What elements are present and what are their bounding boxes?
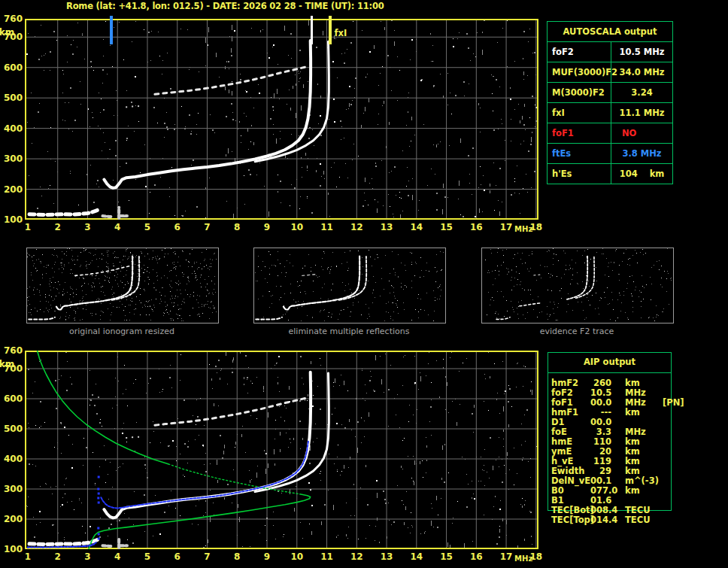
thumbnail-eliminate-reflections — [253, 248, 446, 323]
x-tick-label: 7 — [196, 222, 219, 232]
autoscala-screen: { "title": "Rome (lat: +41.8, lon: 012.5… — [0, 0, 728, 568]
autoscala-row-ftEs: ftEs3.8 MHz — [548, 144, 672, 164]
x-tick-label: 14 — [405, 551, 428, 562]
x-tick-label: 1 — [17, 222, 39, 232]
autoscala-row-h'Es: h'Es104 km — [548, 164, 672, 184]
x-tick-label: 1 — [17, 551, 39, 562]
aip-table-divider — [548, 372, 671, 373]
y-axis-unit: km — [0, 359, 16, 369]
aip-row-TEC[Top]: TEC[Top]014.4TECU — [551, 515, 658, 525]
y-tick-label: 500 — [1, 424, 23, 434]
x-axis-unit: MHz — [514, 554, 532, 563]
autoscala-param: fxI — [548, 103, 611, 123]
top-ionogram-plot — [25, 19, 538, 220]
x-tick-label: 11 — [316, 222, 338, 232]
y-tick-label: 500 — [1, 93, 23, 103]
x-tick-label: 10 — [286, 222, 308, 232]
x-tick-label: 3 — [76, 222, 99, 232]
y-tick-label: 760 — [1, 14, 23, 24]
x-tick-label: 4 — [106, 222, 129, 232]
thumbnail-original-ionogram — [26, 248, 219, 323]
y-tick-label: 600 — [1, 62, 23, 73]
y-tick-label: 760 — [1, 345, 23, 356]
x-tick-label: 2 — [47, 222, 69, 232]
autoscala-value: 3.24 — [611, 83, 672, 102]
thumbnail-caption-1: original ionogram resized — [26, 327, 217, 336]
aip-value: 014.4 — [590, 515, 611, 525]
x-tick-label: 4 — [106, 551, 129, 562]
y-tick-label: 200 — [1, 184, 23, 195]
x-tick-label: 5 — [136, 551, 159, 562]
autoscala-param: M(3000)F2 — [548, 83, 611, 102]
autoscala-row-M(3000)F2: M(3000)F23.24 — [548, 83, 672, 103]
autoscala-output-table: AUTOSCALA output foF210.5 MHzMUF(3000)F2… — [547, 21, 673, 184]
x-tick-label: 9 — [256, 551, 278, 562]
aip-note: [PN] — [663, 398, 684, 408]
autoscala-table-title: AUTOSCALA output — [548, 22, 672, 42]
y-tick-label: 400 — [1, 123, 23, 134]
aip-table-title: AIP output — [548, 357, 671, 367]
x-tick-label: 2 — [47, 551, 69, 562]
x-tick-label: 7 — [196, 551, 219, 562]
autoscala-param: h'Es — [548, 164, 611, 184]
marker-label-fxI: fxI — [335, 28, 347, 38]
x-tick-label: 6 — [166, 551, 189, 562]
y-axis-unit: km — [0, 27, 16, 38]
aip-label: TEC[Top] — [551, 515, 590, 525]
x-tick-label: 9 — [256, 222, 278, 232]
x-tick-label: 16 — [465, 551, 487, 562]
x-axis-unit: MHz — [514, 225, 532, 233]
autoscala-row-MUF(3000)F2: MUF(3000)F234.0 MHz — [548, 62, 672, 83]
x-tick-label: 12 — [345, 551, 368, 562]
autoscala-param: foF2 — [548, 42, 611, 62]
x-tick-label: 8 — [226, 551, 248, 562]
y-tick-label: 300 — [1, 484, 23, 494]
autoscala-param: foF1 — [548, 123, 611, 143]
x-tick-label: 12 — [345, 222, 368, 232]
x-tick-label: 8 — [226, 222, 248, 232]
x-tick-label: 13 — [375, 551, 398, 562]
aip-unit: TECU — [625, 515, 658, 525]
autoscala-value: 10.5 MHz — [611, 42, 672, 62]
aip-unit: km — [625, 408, 658, 418]
autoscala-value: 3.8 MHz — [611, 144, 672, 163]
autoscala-row-foF2: foF210.5 MHz — [548, 42, 672, 62]
autoscala-value: 104 km — [611, 164, 672, 184]
y-tick-label: 400 — [1, 454, 23, 464]
x-tick-label: 3 — [76, 551, 99, 562]
thumbnail-caption-3: evidence F2 trace — [481, 327, 672, 336]
x-tick-label: 10 — [286, 551, 308, 562]
x-tick-label: 6 — [166, 222, 189, 232]
x-tick-label: 15 — [435, 222, 458, 232]
thumbnail-evidence-f2-trace — [481, 248, 674, 323]
autoscala-value: 34.0 MHz — [611, 62, 672, 82]
marker-tick-fxI — [329, 16, 332, 44]
autoscala-param: MUF(3000)F2 — [548, 62, 611, 82]
thumbnail-caption-2: eliminate multiple reflections — [253, 327, 444, 336]
x-tick-label: 15 — [435, 551, 458, 562]
bottom-ionogram-plot — [25, 351, 538, 549]
x-tick-label: 16 — [465, 222, 487, 232]
y-tick-label: 300 — [1, 153, 23, 164]
marker-tick-ftEs — [110, 16, 113, 44]
marker-tick-foF2 — [311, 16, 313, 44]
autoscala-param: ftEs — [548, 144, 611, 163]
autoscala-value: NO — [611, 123, 672, 143]
y-tick-label: 200 — [1, 514, 23, 524]
x-tick-label: 5 — [136, 222, 159, 232]
autoscala-row-fxI: fxI11.1 MHz — [548, 103, 672, 123]
aip-unit: km — [625, 486, 658, 496]
x-tick-label: 14 — [405, 222, 428, 232]
page-title: Rome (lat: +41.8, lon: 012.5) - DATE: 20… — [66, 1, 384, 11]
x-tick-label: 13 — [375, 222, 398, 232]
x-tick-label: 11 — [316, 551, 338, 562]
y-tick-label: 600 — [1, 393, 23, 404]
autoscala-row-foF1: foF1NO — [548, 123, 672, 144]
autoscala-value: 11.1 MHz — [611, 103, 672, 123]
